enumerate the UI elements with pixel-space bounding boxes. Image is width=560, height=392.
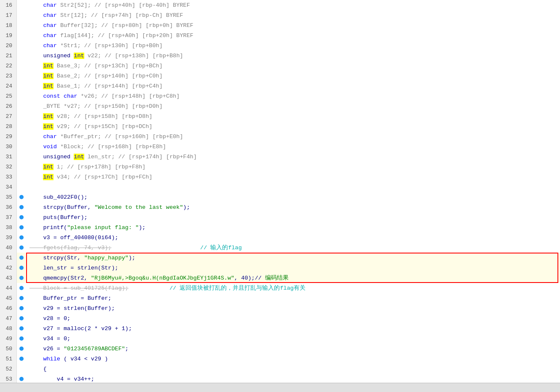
line-number: 52 — [0, 364, 17, 374]
breakpoint-col — [17, 30, 26, 40]
code-line: 42 len_str = strlen(Str); — [0, 263, 560, 273]
breakpoint-dot[interactable] — [19, 326, 24, 331]
line-content: v28 = 0; — [26, 313, 560, 323]
breakpoint-col — [17, 20, 26, 30]
line-number: 50 — [0, 344, 17, 354]
line-content: char *Buffer_ptr; // [rsp+160h] [rbp+E0h… — [26, 131, 560, 141]
code-line: 46 v29 = strlen(Buffer); — [0, 303, 560, 313]
code-line: 21 unsigned int v22; // [rsp+138h] [rbp+… — [0, 51, 560, 61]
code-line: 35 sub_4022F0(); — [0, 192, 560, 202]
line-content: sub_4022F0(); — [26, 192, 560, 202]
breakpoint-dot[interactable] — [19, 225, 24, 229]
breakpoint-col — [17, 182, 26, 192]
breakpoint-col — [17, 152, 26, 162]
line-content: int v34; // [rsp+17Ch] [rbp+FCh] — [26, 172, 560, 182]
code-line: 19 char flag[144]; // [rsp+A0h] [rbp+20h… — [0, 30, 560, 40]
breakpoint-col — [17, 222, 26, 232]
line-content: unsigned int len_str; // [rsp+174h] [rbp… — [26, 152, 560, 162]
line-number: 22 — [0, 61, 17, 71]
breakpoint-dot[interactable] — [19, 256, 24, 260]
breakpoint-col — [17, 303, 26, 313]
line-number: 46 — [0, 303, 17, 313]
line-number: 34 — [0, 182, 17, 192]
code-line: 52 { — [0, 364, 560, 374]
line-number: 39 — [0, 232, 17, 243]
line-content: Block = sub_401725(flag); // 返回值块被打乱的，并且… — [26, 283, 560, 293]
breakpoint-dot[interactable] — [19, 316, 24, 320]
breakpoint-col — [17, 212, 26, 222]
breakpoint-dot[interactable] — [19, 235, 24, 240]
breakpoint-dot[interactable] — [19, 266, 24, 270]
breakpoint-col — [17, 364, 26, 374]
line-number: 47 — [0, 313, 17, 323]
breakpoint-dot[interactable] — [19, 296, 24, 300]
line-content: v26 = "0123456789ABCDEF"; — [26, 344, 560, 354]
line-content: char flag[144]; // [rsp+A0h] [rbp+20h] B… — [26, 30, 560, 40]
code-line: 32 int i; // [rsp+178h] [rbp+F8h] — [0, 162, 560, 172]
code-line: 28 int v29; // [rsp+15Ch] [rbp+DCh] — [0, 121, 560, 131]
breakpoint-col — [17, 354, 26, 364]
code-line: 41 strcpy(Str, "happy_happy"); — [0, 253, 560, 263]
breakpoint-col — [17, 293, 26, 303]
breakpoint-col — [17, 172, 26, 182]
line-content: v34 = 0; — [26, 333, 560, 344]
code-line: 49 v34 = 0; — [0, 333, 560, 344]
breakpoint-dot[interactable] — [19, 195, 24, 199]
line-content — [26, 182, 560, 192]
line-number: 26 — [0, 101, 17, 111]
code-line: 30 void *Block; // [rsp+168h] [rbp+E8h] — [0, 141, 560, 152]
line-number: 31 — [0, 152, 17, 162]
breakpoint-col — [17, 141, 26, 152]
line-content: strcpy(Str, "happy_happy"); — [26, 253, 560, 263]
line-number: 43 — [0, 273, 17, 283]
breakpoint-dot[interactable] — [19, 377, 24, 381]
line-number: 27 — [0, 111, 17, 121]
line-content: void *Block; // [rsp+168h] [rbp+E8h] — [26, 141, 560, 152]
breakpoint-dot[interactable] — [19, 205, 24, 209]
line-content: int Base_1; // [rsp+144h] [rbp+C4h] — [26, 81, 560, 91]
line-content: char Str2[52]; // [rsp+40h] [rbp-40h] BY… — [26, 0, 560, 10]
breakpoint-col — [17, 253, 26, 263]
line-number: 32 — [0, 162, 17, 172]
line-content: v27 = malloc(2 * v29 + 1); — [26, 323, 560, 333]
breakpoint-dot[interactable] — [19, 245, 24, 250]
line-content: int Base_2; // [rsp+140h] [rbp+C0h] — [26, 71, 560, 81]
code-container: 16 char Str2[52]; // [rsp+40h] [rbp-40h]… — [0, 0, 560, 392]
breakpoint-dot[interactable] — [19, 286, 24, 290]
breakpoint-col — [17, 313, 26, 323]
line-number: 20 — [0, 40, 17, 51]
line-number: 49 — [0, 333, 17, 344]
breakpoint-dot[interactable] — [19, 347, 24, 351]
line-number: 16 — [0, 0, 17, 10]
breakpoint-col — [17, 121, 26, 131]
line-number: 30 — [0, 141, 17, 152]
line-content: strcpy(Buffer, "Welcome to the last week… — [26, 202, 560, 212]
code-line: 23 int Base_2; // [rsp+140h] [rbp+C0h] — [0, 71, 560, 81]
breakpoint-col — [17, 71, 26, 81]
breakpoint-dot[interactable] — [19, 357, 24, 361]
line-content: qmemcpy(Str2, "RjB6Myu#,>Bgoq&u.H(nBgdIa… — [26, 273, 560, 283]
line-content: const char *v26; // [rsp+148h] [rbp+C8h] — [26, 91, 560, 101]
line-content: char *Str1; // [rsp+130h] [rbp+B0h] — [26, 40, 560, 51]
breakpoint-dot[interactable] — [19, 336, 24, 341]
breakpoint-col — [17, 344, 26, 354]
code-line: 16 char Str2[52]; // [rsp+40h] [rbp-40h]… — [0, 0, 560, 10]
code-line: 26 _BYTE *v27; // [rsp+150h] [rbp+D0h] — [0, 101, 560, 111]
breakpoint-dot[interactable] — [19, 306, 24, 310]
line-number: 51 — [0, 354, 17, 364]
code-line: 50 v26 = "0123456789ABCDEF"; — [0, 344, 560, 354]
line-content: unsigned int v22; // [rsp+138h] [rbp+B8h… — [26, 51, 560, 61]
line-number: 41 — [0, 253, 17, 263]
line-content: while ( v34 < v29 ) — [26, 354, 560, 364]
line-number: 18 — [0, 20, 17, 30]
line-number: 45 — [0, 293, 17, 303]
breakpoint-dot[interactable] — [19, 276, 24, 280]
code-line: 27 int v28; // [rsp+158h] [rbp+D8h] — [0, 111, 560, 121]
line-number: 24 — [0, 81, 17, 91]
breakpoint-col — [17, 202, 26, 212]
code-line: 38 printf("please input flag: "); — [0, 222, 560, 232]
breakpoint-col — [17, 263, 26, 273]
line-content: char Buffer[32]; // [rsp+80h] [rbp+0h] B… — [26, 20, 560, 30]
code-line: 22 int Base_3; // [rsp+13Ch] [rbp+BCh] — [0, 61, 560, 71]
breakpoint-dot[interactable] — [19, 215, 24, 219]
